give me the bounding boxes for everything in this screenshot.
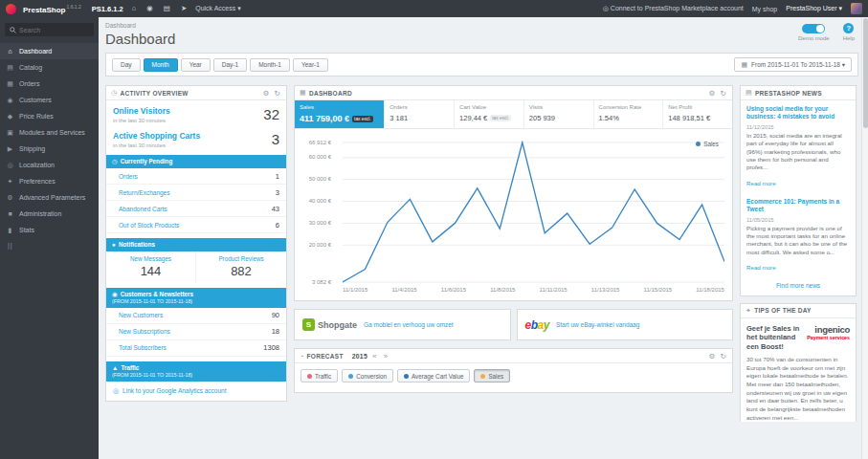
active-carts-value: 3 [272, 131, 279, 147]
legend-dot-icon [696, 142, 701, 146]
sidebar-item-orders[interactable]: ▦Orders [0, 76, 99, 92]
marketplace-link[interactable]: ◎ Connect to PrestaShop Marketplace acco… [603, 5, 744, 12]
page-scrollbar[interactable] [861, 17, 868, 459]
y-axis-tick: 60 000 € [309, 154, 331, 160]
out-of-stock-row[interactable]: Out of Stock Products6 [106, 217, 286, 233]
filter-month-button[interactable]: Month [144, 58, 178, 72]
forecast-sales-button[interactable]: Sales [474, 369, 510, 382]
sidebar-item-modules[interactable]: ▣Modules and Services [0, 124, 99, 141]
chart-plot-area[interactable]: Sales [343, 141, 724, 284]
news-item-body: Picking a payment provider is one of the… [746, 225, 850, 256]
filter-month-1-button[interactable]: Month-1 [250, 58, 290, 72]
help-button[interactable]: ? [843, 23, 854, 33]
forecast-traffic-button[interactable]: Traffic [300, 369, 338, 382]
sidebar-item-dashboard[interactable]: ⌂Dashboard [0, 43, 99, 59]
news-icon: ▤ [746, 89, 752, 97]
currently-pending-header: ◷Currently Pending [106, 155, 286, 168]
scrollbar-thumb[interactable] [863, 18, 868, 128]
kpi-conversion-rate[interactable]: Conversion Rate 1.54% [594, 100, 664, 128]
forecast-panel: ◔ FORECAST 2015 « » ⚙ ↻ Traffic Conversi… [294, 348, 733, 393]
x-axis-tick: 11/18/2015 [696, 287, 724, 293]
pending-returns-row[interactable]: Return/Exchanges3 [106, 185, 286, 201]
filter-year-1-button[interactable]: Year-1 [293, 58, 328, 72]
previous-year-icon[interactable]: « [370, 352, 379, 361]
help-control: ? Help [843, 22, 855, 41]
sales-line-chart-svg [343, 141, 724, 284]
catalog-shortcut-icon[interactable]: ▤ [162, 0, 172, 17]
rocket-icon[interactable]: ➤ [179, 0, 189, 17]
search-icon [10, 27, 16, 33]
news-item-title[interactable]: Ecommerce 101: Payments in a Tweet [746, 198, 850, 214]
google-analytics-link[interactable]: ◎ Link to your Google Analytics account [106, 382, 286, 401]
forecast-average-cart-value-button[interactable]: Average Cart Value [397, 369, 470, 382]
news-item-title[interactable]: Using social media for your business: 4 … [746, 105, 850, 121]
next-year-icon[interactable]: » [382, 352, 390, 361]
sidebar-item-catalog[interactable]: ▤Catalog [0, 59, 99, 76]
page-header: Dashboard Dashboard Demo mode ? Help [105, 22, 858, 47]
new-subscriptions-row[interactable]: New Subscriptions18 [106, 324, 286, 340]
ebay-promo-link[interactable]: Start uw eBay-winkel vandaag [556, 321, 639, 328]
globe-icon: ◎ [603, 5, 611, 11]
y-axis-tick: 40 000 € [309, 198, 331, 204]
sidebar-item-shipping[interactable]: ▶Shipping [0, 141, 99, 157]
filter-year-button[interactable]: Year [181, 58, 211, 72]
panel-settings-icon[interactable]: ⚙ [707, 352, 716, 361]
sidebar-search[interactable] [5, 23, 94, 36]
forecast-conversion-button[interactable]: Conversion [342, 369, 393, 382]
breadcrumb[interactable]: Dashboard [105, 22, 175, 29]
sidebar-item-price-rules[interactable]: ◆Price Rules [0, 108, 99, 124]
customers-newsletters-header: ◉Customers & Newsletters (FROM 2015-11-0… [106, 288, 286, 308]
sidebar-collapse-button[interactable]: || [0, 242, 99, 249]
kpi-cart-value[interactable]: Cart Value 129,44 €tax excl. [455, 100, 524, 128]
panel-refresh-icon[interactable]: ↻ [719, 352, 727, 361]
news-item: Using social media for your business: 4 … [741, 100, 856, 193]
sidebar-item-stats[interactable]: ▮Stats [0, 222, 99, 238]
ebay-promo: ebay Start uw eBay-winkel vandaag [517, 309, 734, 340]
user-menu[interactable]: PrestaShop User ▾ [786, 5, 842, 12]
new-messages-cell[interactable]: New Messages 144 [106, 251, 196, 283]
y-axis-tick: 20 000 € [309, 242, 331, 248]
kpi-visits[interactable]: Visits 205 939 [524, 100, 594, 128]
demo-mode-toggle[interactable] [802, 24, 825, 33]
kpi-sales[interactable]: Sales 411 759,00 €tax excl. [295, 100, 385, 128]
sidebar-item-preferences[interactable]: ✦Preferences [0, 173, 99, 189]
forecast-panel-header: ◔ FORECAST 2015 « » ⚙ ↻ [295, 349, 732, 363]
notifications-grid: New Messages 144 Product Reviews 882 [106, 251, 286, 283]
kpi-net-profit[interactable]: Net Profit 148 918,51 € [663, 100, 732, 128]
panel-refresh-icon[interactable]: ↻ [273, 89, 281, 98]
date-range-picker[interactable]: ▦ From 2015-11-01 To 2015-11-18 ▾ [734, 57, 852, 72]
shop-name[interactable]: PS1.6.1.2 [92, 5, 123, 13]
filter-day-button[interactable]: Day [112, 58, 141, 72]
sidebar-item-administration[interactable]: ■Administration [0, 206, 99, 222]
sidebar-item-advanced-parameters[interactable]: ⚙Advanced Parameters [0, 189, 99, 206]
shopgate-promo-link[interactable]: Ga mobiel en verhoog uw omzet [364, 321, 454, 328]
panel-settings-icon[interactable]: ⚙ [707, 89, 716, 98]
product-reviews-cell[interactable]: Product Reviews 882 [196, 251, 286, 283]
chart-legend[interactable]: Sales [696, 141, 719, 147]
customers-icon[interactable]: ◉ [145, 0, 155, 17]
x-axis-tick: 11/6/2015 [441, 287, 466, 293]
shop-icon[interactable]: ⌂ [130, 0, 139, 17]
panel-refresh-icon[interactable]: ↻ [719, 89, 727, 98]
sidebar-item-customers[interactable]: ◉Customers [0, 92, 99, 108]
traffic-icon: ▲ [112, 364, 118, 371]
user-avatar[interactable] [851, 3, 862, 14]
pending-orders-row[interactable]: Orders1 [106, 168, 286, 185]
search-input[interactable] [19, 27, 89, 33]
find-more-news-link[interactable]: Find more news [741, 277, 856, 295]
abandoned-carts-row[interactable]: Abandoned Carts43 [106, 201, 286, 217]
filter-day-1-button[interactable]: Day-1 [213, 58, 247, 72]
sidebar-item-localization[interactable]: ◎Localization [0, 157, 99, 173]
quick-access-menu[interactable]: Quick Access ▾ [195, 5, 240, 12]
tips-panel-header: ✦ TIPS OF THE DAY [741, 304, 856, 318]
new-customers-row[interactable]: New Customers90 [106, 308, 286, 324]
kpi-orders[interactable]: Orders 3 181 [385, 100, 455, 128]
panel-settings-icon[interactable]: ⚙ [261, 89, 270, 98]
read-more-link[interactable]: Read more [746, 264, 776, 271]
my-shop-link[interactable]: My shop [752, 6, 777, 12]
total-subscribers-row[interactable]: Total Subscribers1308 [106, 340, 286, 357]
forecast-year[interactable]: 2015 [352, 353, 367, 360]
forecast-icon: ◔ [300, 353, 304, 360]
dashboard-icon: ▦ [300, 89, 306, 97]
read-more-link[interactable]: Read more [746, 180, 776, 186]
